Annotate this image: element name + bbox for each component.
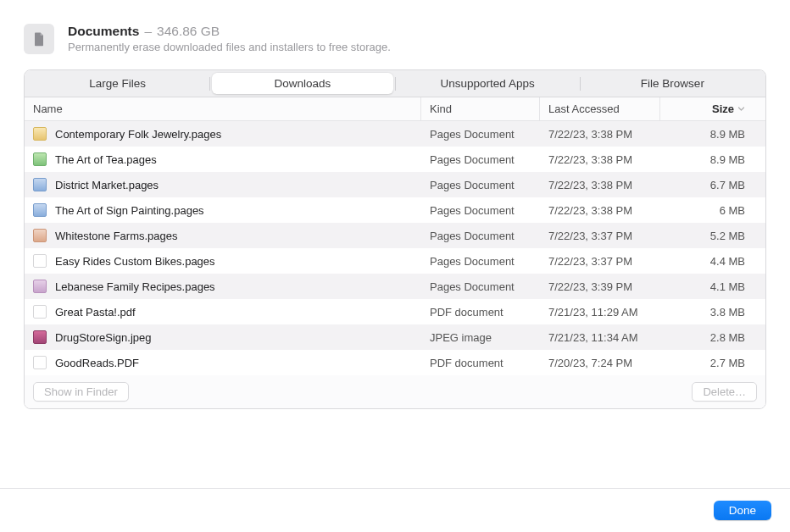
- file-thumbnail-icon: [33, 305, 47, 319]
- file-name: Whitestone Farms.pages: [55, 230, 178, 242]
- column-size-label: Size: [712, 103, 734, 115]
- cell-size: 3.8 MB: [660, 306, 754, 319]
- header: Documents – 346.86 GB Permanently erase …: [24, 24, 766, 54]
- file-name: GoodReads.PDF: [55, 357, 139, 369]
- file-name: Great Pasta!.pdf: [55, 306, 136, 319]
- cell-size: 6 MB: [660, 204, 754, 217]
- cell-kind: PDF document: [421, 306, 540, 319]
- file-thumbnail-icon: [33, 178, 47, 191]
- column-headers: Name Kind Last Accessed Size: [25, 97, 765, 121]
- tab-large-files[interactable]: Large Files: [27, 73, 208, 94]
- cell-size: 4.4 MB: [660, 255, 754, 268]
- cell-last-accessed: 7/22/23, 3:37 PM: [540, 230, 660, 242]
- show-in-finder-button[interactable]: Show in Finder: [33, 382, 129, 402]
- cell-name: Easy Rides Custom Bikes.pages: [25, 254, 421, 268]
- cell-name: District Market.pages: [25, 178, 421, 191]
- cell-name: Whitestone Farms.pages: [25, 229, 421, 242]
- cell-last-accessed: 7/21/23, 11:34 AM: [540, 331, 660, 344]
- cell-last-accessed: 7/21/23, 11:29 AM: [540, 306, 660, 319]
- cell-kind: PDF document: [421, 357, 540, 369]
- cell-kind: Pages Document: [421, 280, 540, 293]
- delete-button[interactable]: Delete…: [692, 382, 757, 402]
- cell-name: The Art of Sign Painting.pages: [25, 203, 421, 217]
- table-row[interactable]: DrugStoreSign.jpegJPEG image7/21/23, 11:…: [25, 324, 765, 350]
- tab-separator: [395, 77, 396, 91]
- tab-separator: [209, 77, 210, 91]
- cell-size: 5.2 MB: [660, 230, 754, 242]
- bottom-bar: Done: [0, 488, 790, 532]
- column-last-accessed[interactable]: Last Accessed: [540, 97, 660, 120]
- file-name: District Market.pages: [55, 179, 159, 191]
- header-subtitle: Permanently erase downloaded files and i…: [68, 41, 391, 53]
- column-kind[interactable]: Kind: [421, 97, 540, 120]
- table-row[interactable]: Easy Rides Custom Bikes.pagesPages Docum…: [25, 248, 765, 274]
- column-last-accessed-label: Last Accessed: [548, 103, 620, 115]
- cell-kind: Pages Document: [421, 255, 540, 268]
- cell-kind: Pages Document: [421, 179, 540, 191]
- view-tabs: Large Files Downloads Unsupported Apps F…: [25, 70, 765, 97]
- file-thumbnail-icon: [33, 203, 47, 217]
- cell-size: 4.1 MB: [660, 280, 754, 293]
- cell-last-accessed: 7/22/23, 3:39 PM: [540, 280, 660, 293]
- cell-size: 2.8 MB: [660, 331, 754, 344]
- tab-unsupported-apps[interactable]: Unsupported Apps: [398, 73, 578, 94]
- table-row[interactable]: Lebanese Family Recipes.pagesPages Docum…: [25, 274, 765, 299]
- documents-panel: Large Files Downloads Unsupported Apps F…: [24, 69, 766, 409]
- table-row[interactable]: Contemporary Folk Jewelry.pagesPages Doc…: [25, 121, 765, 147]
- file-list[interactable]: Contemporary Folk Jewelry.pagesPages Doc…: [25, 121, 765, 375]
- file-thumbnail-icon: [33, 229, 47, 242]
- done-button[interactable]: Done: [714, 501, 771, 520]
- table-row[interactable]: Great Pasta!.pdfPDF document7/21/23, 11:…: [25, 299, 765, 324]
- cell-kind: JPEG image: [421, 331, 540, 344]
- tab-file-browser[interactable]: File Browser: [582, 73, 763, 94]
- cell-size: 6.7 MB: [660, 179, 754, 191]
- file-thumbnail-icon: [33, 356, 47, 369]
- cell-size: 8.9 MB: [660, 128, 754, 141]
- table-row[interactable]: GoodReads.PDFPDF document7/20/23, 7:24 P…: [25, 350, 765, 375]
- tab-downloads[interactable]: Downloads: [212, 73, 392, 94]
- cell-last-accessed: 7/22/23, 3:38 PM: [540, 128, 660, 141]
- cell-size: 8.9 MB: [660, 153, 754, 166]
- cell-name: GoodReads.PDF: [25, 356, 421, 369]
- column-name[interactable]: Name: [25, 97, 421, 120]
- cell-name: Lebanese Family Recipes.pages: [25, 280, 421, 293]
- file-name: Easy Rides Custom Bikes.pages: [55, 255, 215, 268]
- file-thumbnail-icon: [33, 280, 47, 293]
- chevron-down-icon: [737, 105, 745, 113]
- panel-footer: Show in Finder Delete…: [25, 375, 765, 408]
- header-title: Documents: [68, 24, 139, 39]
- tab-separator: [580, 77, 581, 91]
- column-size[interactable]: Size: [660, 97, 754, 120]
- table-row[interactable]: District Market.pagesPages Document7/22/…: [25, 172, 765, 197]
- header-separator: –: [144, 24, 152, 39]
- file-name: Lebanese Family Recipes.pages: [55, 280, 215, 293]
- cell-name: Great Pasta!.pdf: [25, 305, 421, 319]
- cell-name: DrugStoreSign.jpeg: [25, 330, 421, 344]
- table-row[interactable]: Whitestone Farms.pagesPages Document7/22…: [25, 223, 765, 248]
- cell-last-accessed: 7/22/23, 3:38 PM: [540, 204, 660, 217]
- file-thumbnail-icon: [33, 152, 47, 166]
- cell-kind: Pages Document: [421, 153, 540, 166]
- cell-name: Contemporary Folk Jewelry.pages: [25, 127, 421, 141]
- cell-name: The Art of Tea.pages: [25, 152, 421, 166]
- documents-category-icon: [24, 24, 54, 54]
- table-row[interactable]: The Art of Sign Painting.pagesPages Docu…: [25, 197, 765, 223]
- cell-kind: Pages Document: [421, 128, 540, 141]
- file-thumbnail-icon: [33, 127, 47, 141]
- cell-last-accessed: 7/22/23, 3:38 PM: [540, 179, 660, 191]
- cell-last-accessed: 7/22/23, 3:37 PM: [540, 255, 660, 268]
- cell-size: 2.7 MB: [660, 357, 754, 369]
- column-name-label: Name: [33, 103, 63, 115]
- cell-last-accessed: 7/22/23, 3:38 PM: [540, 153, 660, 166]
- file-name: Contemporary Folk Jewelry.pages: [55, 128, 221, 141]
- column-kind-label: Kind: [430, 103, 452, 115]
- storage-documents-window: Documents – 346.86 GB Permanently erase …: [0, 0, 790, 532]
- file-thumbnail-icon: [33, 330, 47, 344]
- file-name: DrugStoreSign.jpeg: [55, 331, 151, 344]
- table-row[interactable]: The Art of Tea.pagesPages Document7/22/2…: [25, 147, 765, 172]
- file-name: The Art of Sign Painting.pages: [55, 204, 204, 217]
- file-name: The Art of Tea.pages: [55, 153, 157, 166]
- file-thumbnail-icon: [33, 254, 47, 268]
- cell-kind: Pages Document: [421, 230, 540, 242]
- header-size: 346.86 GB: [157, 24, 220, 39]
